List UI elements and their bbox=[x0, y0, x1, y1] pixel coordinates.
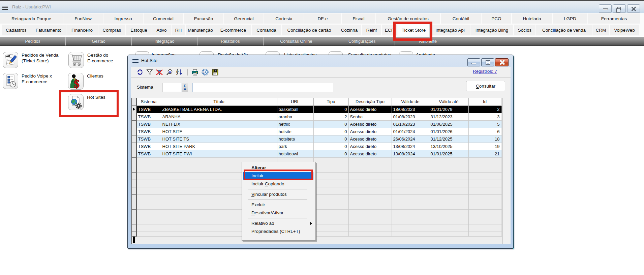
table-row[interactable]: TSWBARANHAaranha2Senha01/08/202331/12/20… bbox=[132, 113, 502, 121]
cell-descri-o-tipo[interactable]: Acesso direto bbox=[349, 106, 392, 113]
band-tab-integra-o[interactable]: Integração bbox=[132, 37, 197, 45]
menu-tab-ferramentas[interactable]: Ferramentas bbox=[588, 13, 640, 24]
menu-tab-integra-o-bling[interactable]: Integração Bling bbox=[470, 25, 513, 35]
cell-sistema[interactable]: TSWB bbox=[137, 106, 161, 113]
menu-tab-comanda[interactable]: Comanda bbox=[252, 25, 281, 35]
table-row[interactable] bbox=[132, 202, 502, 210]
menu-tab-volpeweb[interactable]: VolpeWeb bbox=[610, 25, 639, 35]
cell-tipo[interactable]: 0 bbox=[314, 128, 349, 135]
cell-v-lido-de[interactable]: 18/08/2023 bbox=[392, 106, 429, 113]
cell-sistema[interactable]: TSWB bbox=[137, 150, 161, 158]
toolbar-find-icon[interactable]: n bbox=[165, 68, 174, 76]
cell-id[interactable]: 18 bbox=[469, 135, 501, 143]
main-close-button[interactable] bbox=[627, 4, 640, 13]
menu-tab-gerencial[interactable]: Gerencial bbox=[224, 13, 264, 24]
menu-tab-cortesia[interactable]: Cortesia bbox=[264, 13, 304, 24]
cell-v-lido-at-[interactable]: 13/10/2025 bbox=[429, 143, 469, 150]
cell-t-tulo[interactable]: ZBASKETBALL ARENA LTDA. bbox=[161, 106, 277, 113]
menu-tab-ativo[interactable]: Ativo bbox=[152, 25, 171, 35]
table-row[interactable] bbox=[132, 210, 502, 217]
menu-tab-integra-o-api[interactable]: Integração Api bbox=[430, 25, 470, 35]
menu-tab-e-commerce[interactable]: E-commerce bbox=[215, 25, 251, 35]
menu-item-propriedades-ctrl-t-[interactable]: Propriedades (CTRL+T) bbox=[242, 227, 315, 236]
cell-sistema[interactable]: TSWB bbox=[137, 113, 161, 121]
menu-tab-cadastros[interactable]: Cadastros bbox=[2, 25, 31, 35]
cell-url[interactable]: aranha bbox=[277, 113, 314, 121]
column-header-v-lido-at-[interactable]: Válido até bbox=[429, 98, 469, 106]
cell-tipo[interactable]: 2 bbox=[314, 113, 349, 121]
sistema-code-input[interactable] bbox=[162, 83, 182, 92]
menu-tab-financeiro[interactable]: Financeiro bbox=[66, 25, 98, 35]
cell-t-tulo[interactable]: HOT SITE PARK bbox=[161, 143, 277, 150]
table-row[interactable] bbox=[132, 173, 502, 180]
main-menu-icon[interactable] bbox=[2, 6, 8, 10]
menu-item-desativar-ativar[interactable]: Desativar/Ativar bbox=[242, 209, 315, 217]
column-header-v-lido-de[interactable]: Válido de bbox=[392, 98, 429, 106]
cell-sistema[interactable]: TSWB bbox=[137, 128, 161, 135]
toolbar-print-icon[interactable] bbox=[191, 68, 199, 76]
window-menu-icon[interactable] bbox=[132, 59, 139, 63]
cell-t-tulo[interactable]: HOT SITE PWI bbox=[161, 150, 277, 158]
band-tab-relat-rios[interactable]: Relatórios bbox=[197, 37, 263, 45]
menu-tab-funnow[interactable]: FunNow bbox=[63, 13, 103, 24]
menu-tab-compras[interactable]: Compras bbox=[98, 25, 125, 35]
band-tab-configura-es[interactable]: Configurações bbox=[329, 37, 395, 45]
cell-url[interactable]: park bbox=[277, 143, 314, 150]
cell-sistema[interactable]: TSWB bbox=[137, 121, 161, 128]
main-minimize-button[interactable] bbox=[599, 4, 612, 13]
cell-id[interactable]: 5 bbox=[469, 121, 501, 128]
menu-tab-s-cios[interactable]: Sócios bbox=[514, 25, 535, 35]
table-row[interactable] bbox=[132, 180, 502, 187]
menu-tab-manuten-o[interactable]: Manutenção bbox=[186, 25, 215, 35]
cell-v-lido-at-[interactable]: 01/01/2025 bbox=[429, 150, 469, 158]
table-row[interactable] bbox=[132, 232, 502, 237]
table-row[interactable] bbox=[132, 195, 502, 202]
table-row[interactable]: TSWBHOT SITEhotsite0Acesso direto01/01/2… bbox=[132, 128, 502, 135]
menu-tab-concilia-o-de-venda[interactable]: Conciliação de venda bbox=[536, 25, 592, 35]
column-header-sistema[interactable]: Sistema bbox=[137, 98, 161, 106]
launcher-pedido-volpe[interactable]: Pedido Volpe xE-commerce bbox=[3, 73, 60, 90]
table-row[interactable]: TSWBZBASKETBALL ARENA LTDA.basketball0Ac… bbox=[132, 106, 502, 113]
table-row[interactable] bbox=[132, 224, 502, 232]
cell-v-lido-at-[interactable]: 01/01/2079 bbox=[429, 106, 469, 113]
menu-tab-estoque[interactable]: Estoque bbox=[126, 25, 152, 35]
menu-tab-faturamento[interactable]: Faturamento bbox=[31, 25, 66, 35]
menu-tab-pco[interactable]: PCO bbox=[482, 13, 511, 24]
menu-tab-rh[interactable]: RH bbox=[172, 25, 185, 35]
hot-site-titlebar[interactable]: Hot Site bbox=[128, 55, 513, 67]
column-header-t-tulo[interactable]: Título bbox=[161, 98, 277, 106]
launcher-gestao-ecommerce[interactable]: Gestão doE-commerce bbox=[68, 52, 126, 69]
table-row[interactable]: TSWBNETFLIXnetflix0Acesso direto01/10/20… bbox=[132, 121, 502, 128]
f4-lookup-button[interactable]: F4 bbox=[182, 83, 188, 92]
cell-v-lido-de[interactable]: 01/08/2023 bbox=[392, 113, 429, 121]
menu-tab-df-e[interactable]: DF-e bbox=[304, 13, 341, 24]
cell-v-lido-at-[interactable]: 31/12/2025 bbox=[429, 135, 469, 143]
table-row[interactable] bbox=[132, 187, 502, 195]
main-restore-button[interactable] bbox=[613, 4, 626, 13]
cell-url[interactable]: hotsitets bbox=[277, 135, 314, 143]
cell-v-lido-at-[interactable]: 01/01/2026 bbox=[429, 128, 469, 135]
menu-item-relativo-ao[interactable]: Relativo ao bbox=[242, 219, 315, 227]
cell-descri-o-tipo[interactable]: Acesso direto bbox=[349, 150, 392, 158]
cell-t-tulo[interactable]: HOT SITE bbox=[161, 128, 277, 135]
cell-v-lido-de[interactable]: 26/06/2024 bbox=[392, 135, 429, 143]
window-maximize-button[interactable] bbox=[481, 58, 494, 66]
menu-tab-crm[interactable]: CRM bbox=[592, 25, 609, 35]
cell-descri-o-tipo[interactable]: Acesso direto bbox=[349, 121, 392, 128]
menu-tab-lgpd[interactable]: LGPD bbox=[553, 13, 587, 24]
window-minimize-button[interactable] bbox=[467, 58, 480, 66]
menu-item-excluir[interactable]: Excluir bbox=[242, 201, 315, 209]
band-tab-consultas-online[interactable]: Consultas Online bbox=[264, 37, 329, 45]
menu-tab-fiscal[interactable]: Fiscal bbox=[342, 13, 375, 24]
toolbar-ia-icon[interactable]: IA bbox=[201, 68, 209, 76]
menu-tab-concilia-o-de-cart-o[interactable]: Conciliação de cartão bbox=[282, 25, 337, 35]
cell-sistema[interactable]: TSWB bbox=[137, 135, 161, 143]
sistema-desc-input[interactable] bbox=[192, 83, 333, 92]
cell-id[interactable]: 6 bbox=[469, 128, 501, 135]
consultar-button[interactable]: Consultar bbox=[466, 81, 505, 91]
cell-descri-o-tipo[interactable]: Acesso direto bbox=[349, 135, 392, 143]
cell-id[interactable]: 3 bbox=[469, 113, 501, 121]
cell-t-tulo[interactable]: NETFLIX bbox=[161, 121, 277, 128]
band-tab-pedidos[interactable]: Pedidos bbox=[0, 37, 66, 45]
table-row[interactable]: TSWBHOT SITE PWIhotsiteowi0Acesso direto… bbox=[132, 150, 502, 158]
